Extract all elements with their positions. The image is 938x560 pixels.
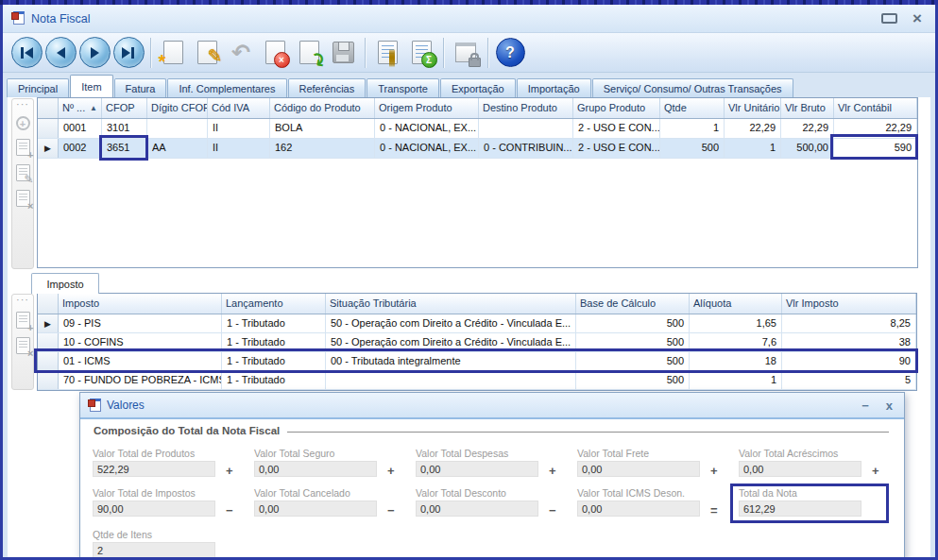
grid-cell[interactable]: 0 - NACIONAL, EX... (375, 119, 479, 138)
grid-cell[interactable]: BOLA (270, 119, 375, 138)
grid-cell[interactable]: 0002 (59, 139, 102, 158)
table-row[interactable]: 10 - COFINS1 - Tributado50 - Operação co… (38, 333, 916, 352)
grid-cell[interactable]: 90 (782, 352, 916, 370)
grid-cell[interactable]: 10 - COFINS (59, 333, 222, 351)
grid-cell[interactable]: 3101 (102, 119, 147, 138)
tab-fatura[interactable]: Fatura (114, 78, 167, 97)
undo-button[interactable]: ↶ (224, 36, 258, 70)
grid-cell[interactable]: AA (147, 139, 208, 158)
grid-cell[interactable]: 1 (725, 139, 781, 158)
column-header[interactable]: Alíquota (690, 294, 782, 314)
grid-cell[interactable] (147, 119, 208, 138)
column-header[interactable]: Vlr Contábil (834, 98, 917, 118)
grid-cell[interactable]: 5 (782, 371, 916, 389)
table-row[interactable]: 01 - ICMS1 - Tributado00 - Tributada int… (38, 352, 916, 371)
grid-cell[interactable]: 1 (690, 371, 782, 389)
new-record-button[interactable]: * (156, 36, 190, 70)
grid-cell[interactable]: 7,6 (690, 333, 782, 351)
column-header[interactable]: Vlr Bruto (781, 98, 834, 118)
grid-cell[interactable] (479, 119, 573, 138)
grid-cell[interactable]: 0001 (59, 119, 102, 138)
grid-cell[interactable]: 500 (660, 139, 725, 158)
grid-cell[interactable]: 1 - Tributado (222, 352, 326, 370)
confirm-button[interactable]: ↷ (292, 36, 326, 70)
table-row[interactable]: ▶00023651AAII1620 - NACIONAL, EX...0 - C… (38, 139, 917, 159)
row-header[interactable] (38, 333, 59, 351)
close-icon[interactable]: × (912, 14, 922, 24)
delete-row-icon[interactable]: × (16, 190, 30, 207)
tab-exporta-o[interactable]: Exportação (440, 78, 516, 97)
column-header[interactable]: Base de Cálculo (576, 294, 690, 314)
add-row-icon[interactable]: + (16, 116, 30, 130)
lock-button[interactable] (449, 36, 483, 70)
minimize-icon[interactable] (881, 13, 897, 24)
tab-principal[interactable]: Principal (7, 78, 69, 97)
last-record-button[interactable] (111, 36, 145, 70)
grid-cell[interactable]: 590 (834, 139, 917, 158)
current-row-indicator[interactable]: ▶ (38, 139, 59, 158)
tab-importa-o[interactable]: Importação (517, 78, 591, 97)
grid-cell[interactable]: 22,29 (725, 119, 781, 138)
previous-record-button[interactable] (43, 36, 77, 70)
insert-row-icon[interactable]: + (16, 139, 30, 156)
tab-inf-complementares[interactable]: Inf. Complementares (167, 78, 286, 97)
grid-cell[interactable]: 0 - CONTRIBUIN... (479, 139, 573, 158)
first-record-button[interactable] (9, 36, 43, 70)
insert-row-icon[interactable]: + (16, 312, 30, 329)
column-header[interactable]: Imposto (59, 294, 222, 314)
table-row[interactable]: 00013101IIBOLA0 - NACIONAL, EX...2 - USO… (38, 119, 917, 139)
tab-transporte[interactable]: Transporte (367, 78, 439, 97)
tab-refer-ncias[interactable]: Referências (288, 78, 367, 97)
column-header[interactable]: Nº ...▲ (59, 98, 102, 118)
column-header[interactable]: Destino Produto (479, 98, 573, 118)
edit-row-icon[interactable]: ✎ (16, 164, 30, 181)
current-row-indicator[interactable]: ▶ (38, 314, 59, 332)
dialog-minimize-icon[interactable]: − (861, 399, 869, 413)
grid-cell[interactable]: 1 - Tributado (222, 333, 326, 351)
grid-cell[interactable]: 1 - Tributado (222, 314, 326, 332)
grid-cell[interactable]: II (208, 139, 270, 158)
grid-cell[interactable]: 50 - Operação com Direito a Crédito - Vi… (326, 314, 576, 332)
tab-imposto[interactable]: Imposto (31, 273, 99, 294)
tab-servi-o-consumo-outras-transa-es[interactable]: Serviço/ Consumo/ Outras Transações (592, 78, 793, 97)
column-header[interactable]: Qtde (660, 98, 725, 118)
column-header[interactable]: Código do Produto (270, 98, 375, 118)
grid-cell[interactable]: 22,29 (834, 119, 917, 138)
column-header[interactable]: Vlr Imposto (782, 294, 916, 314)
grid-cell[interactable]: 500,00 (781, 139, 834, 158)
grid-cell[interactable]: 500 (576, 371, 690, 389)
grid-cell[interactable]: 1 (660, 119, 725, 138)
grid-cell[interactable]: 500 (576, 333, 690, 351)
grid-cell[interactable]: 00 - Tributada integralmente (326, 352, 576, 370)
row-header[interactable] (38, 119, 59, 138)
delete-record-button[interactable]: × (258, 36, 292, 70)
grid-cell[interactable]: 500 (576, 352, 690, 370)
next-record-button[interactable] (77, 36, 111, 70)
grid-cell[interactable]: II (208, 119, 270, 138)
grid-cell[interactable]: 162 (270, 139, 375, 158)
delete-row-icon[interactable]: × (16, 337, 30, 354)
valores-totals-button[interactable] (370, 36, 404, 70)
column-header[interactable]: Vlr Unitário (725, 98, 781, 118)
row-header[interactable] (38, 371, 59, 389)
dialog-close-icon[interactable]: x (886, 399, 893, 413)
grid-cell[interactable]: 3651 (102, 139, 147, 158)
column-header[interactable]: Cód IVA (208, 98, 270, 118)
column-header[interactable]: Lançamento (222, 294, 326, 314)
tab-item[interactable]: Item (70, 75, 112, 97)
save-button[interactable] (326, 36, 360, 70)
grid-cell[interactable]: 500 (576, 314, 690, 332)
grid-cell[interactable] (326, 371, 576, 389)
column-header[interactable]: Dígito CFOP (147, 98, 208, 118)
grid-cell[interactable]: 50 - Operação com Direito a Crédito - Vi… (326, 333, 576, 351)
grid-cell[interactable]: 2 - USO E CON... (573, 139, 660, 158)
column-header[interactable]: Situação Tributária (326, 294, 576, 314)
grid-cell[interactable]: 2 - USO E CON... (573, 119, 660, 138)
grid-cell[interactable]: 0 - NACIONAL, EX... (375, 139, 479, 158)
row-header[interactable] (38, 352, 59, 370)
grid-cell[interactable]: 01 - ICMS (59, 352, 222, 370)
column-header[interactable]: Origem Produto (375, 98, 479, 118)
grid-cell[interactable]: 1,65 (690, 314, 782, 332)
grid-cell[interactable]: 18 (690, 352, 782, 370)
edit-record-button[interactable]: ✎ (190, 36, 224, 70)
